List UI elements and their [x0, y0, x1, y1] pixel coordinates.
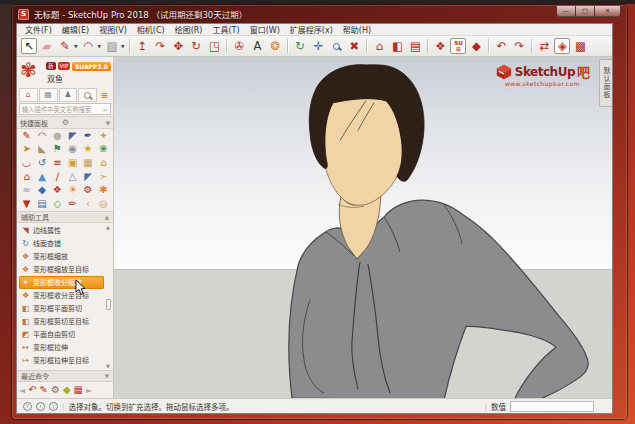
tool-item[interactable]: ❖变形框缩放至目标 — [19, 263, 104, 276]
rotate-tool-icon[interactable]: ↻ — [188, 38, 204, 54]
titlebar[interactable]: S 无标题 - SketchUp Pro 2018 （试用期还剩30天过期） —… — [12, 5, 627, 23]
plugin-icon-32[interactable]: ◇ — [50, 197, 65, 211]
plugin-icon-25[interactable]: ◆ — [34, 183, 49, 197]
gear-icon[interactable]: ⚙ — [62, 118, 69, 127]
status-help-icon[interactable]: ? — [23, 402, 32, 411]
followme-tool-icon[interactable]: ↷ — [152, 38, 168, 54]
status-geo-icon[interactable]: ¡ — [49, 402, 58, 411]
recent-scroll-left[interactable]: ◄ — [19, 386, 25, 395]
plugin-icon-19[interactable]: ▲ — [34, 170, 49, 184]
plugin-icon-31[interactable]: ▤ — [34, 197, 49, 211]
plugin-icon-5[interactable]: ✦ — [96, 129, 111, 143]
plugin-icon-13[interactable]: ↺ — [34, 156, 49, 170]
quick-panel-header[interactable]: 快捷面板 ⚙ ▼ — [17, 116, 113, 129]
tool-item[interactable]: ✦变形框收分缩放 — [19, 276, 104, 289]
plugin-icon-11[interactable]: ❀ — [96, 143, 111, 157]
plugin-icon-2[interactable]: ● — [50, 129, 65, 143]
chevron-down-icon[interactable]: ▼ — [106, 120, 110, 126]
arc-tool-icon[interactable]: ◠ — [80, 38, 96, 54]
view-iso-icon[interactable]: ◧ — [389, 38, 405, 54]
recent-section-header[interactable]: 最近命令 ▼ — [17, 370, 113, 382]
plugin-icon-21[interactable]: △ — [65, 170, 80, 184]
suapp-cube-icon[interactable]: ◆ — [468, 38, 484, 54]
tape-measure-tool-icon[interactable]: ✇ — [231, 38, 247, 54]
dropdown-arrow-icon[interactable]: ▼ — [121, 44, 124, 49]
plugin-icon-30[interactable]: ▼ — [19, 197, 34, 211]
redo-view-icon[interactable]: ↷ — [511, 38, 527, 54]
tools-scrollbar[interactable]: ▲▼ — [105, 224, 112, 369]
tool-item[interactable]: ◥边线属性 — [19, 224, 104, 237]
minimize-button[interactable]: — — [556, 6, 575, 17]
plugin-icon-33[interactable]: ✏ — [65, 197, 80, 211]
tab-user[interactable]: ♟ — [59, 88, 78, 102]
plugin-icon-10[interactable]: ★ — [80, 143, 95, 157]
plugin-icon-15[interactable]: ▣ — [65, 156, 80, 170]
recent-scroll-right[interactable]: ► — [86, 386, 92, 395]
suapp-version-button[interactable]: SUAPP3.0 — [72, 62, 111, 71]
plugin-icon-22[interactable]: ◤ — [80, 170, 95, 184]
menu-窗口(W)[interactable]: 窗口(W) — [245, 24, 285, 35]
dropdown-arrow-icon[interactable]: ▼ — [97, 44, 100, 49]
recent-command-4[interactable]: ▦ — [74, 385, 83, 395]
view-front-icon[interactable]: ⌂ — [371, 38, 387, 54]
menu-工具(T)[interactable]: 工具(T) — [208, 24, 245, 35]
plugin-icon-28[interactable]: ⚙ — [80, 183, 95, 197]
tool-item[interactable]: ◩平面自由剪切 — [19, 328, 104, 341]
pushpull-tool-icon[interactable]: ↥ — [134, 38, 150, 54]
orbit-tool-icon[interactable]: ↻ — [292, 38, 308, 54]
tool-item[interactable]: ❖变形框缩放 — [19, 250, 104, 263]
plugin-icon-18[interactable]: ⌂ — [19, 170, 34, 184]
rectangle-tool-icon[interactable]: ▨ — [104, 38, 120, 54]
view-top-icon[interactable]: ▤ — [407, 38, 423, 54]
tab-home[interactable]: ⌂ — [19, 88, 38, 102]
plugin-icon-23[interactable]: ➣ — [96, 170, 111, 184]
tool-item[interactable]: ◧变形框剪切至目标 — [19, 315, 104, 328]
suapp-panel-toggle-icon[interactable]: SU⊞ — [450, 38, 466, 54]
plugin-icon-0[interactable]: ✎ — [19, 129, 34, 143]
plugin-icon-3[interactable]: ◤ — [65, 129, 80, 143]
close-button[interactable]: ✕ — [594, 6, 621, 17]
plugin-icon-35[interactable]: ◎ — [96, 197, 111, 211]
scale-tool-icon[interactable]: ◳ — [206, 38, 222, 54]
plugin-icon-7[interactable]: ◣ — [34, 143, 49, 157]
tab-search[interactable] — [78, 88, 97, 102]
move-tool-icon[interactable]: ✥ — [170, 38, 186, 54]
plugin-a-icon[interactable]: ⇄ — [536, 38, 552, 54]
status-info-icon[interactable]: i — [36, 402, 45, 411]
menu-扩展程序(x)[interactable]: 扩展程序(x) — [285, 24, 338, 35]
tools-section-header[interactable]: 辅助工具 ▲ — [17, 211, 113, 223]
pan-tool-icon[interactable]: ✛ — [310, 38, 326, 54]
plugin-icon-16[interactable]: ▦ — [80, 156, 95, 170]
plugin-icon-1[interactable]: ◠ — [34, 129, 49, 143]
menu-绘图(R)[interactable]: 绘图(R) — [170, 24, 208, 35]
text-tool-icon[interactable]: A — [249, 38, 265, 54]
plugin-icon-6[interactable]: ➤ — [19, 143, 34, 157]
plugin-icon-26[interactable]: ❖ — [50, 183, 65, 197]
default-panel-tab[interactable]: 默认面板 — [599, 59, 612, 107]
dropdown-arrow-icon[interactable]: ▼ — [74, 44, 77, 49]
tab-panel[interactable]: ▦ — [39, 88, 58, 102]
eraser-tool-icon[interactable]: ▰ — [39, 38, 55, 54]
menu-文件(F)[interactable]: 文件(F) — [20, 24, 57, 35]
undo-view-icon[interactable]: ↶ — [493, 38, 509, 54]
plugin-icon-4[interactable]: ✒ — [80, 129, 95, 143]
plugin-b-icon[interactable]: ◈ — [554, 38, 570, 54]
plugin-icon-14[interactable]: ≡ — [50, 156, 65, 170]
plugin-icon-17[interactable]: ⌂ — [96, 156, 111, 170]
plugin-c-icon[interactable]: ▩ — [572, 38, 588, 54]
tab-menu[interactable]: ≡ — [98, 88, 111, 102]
recent-command-0[interactable]: ↶ — [28, 385, 36, 395]
plugin-search-input[interactable]: 输入插件中英文名称搜索 ↵ — [19, 103, 111, 115]
tool-item[interactable]: ↔变形框拉伸 — [19, 341, 104, 354]
measurements-input[interactable] — [510, 401, 594, 412]
menu-相机(C)[interactable]: 相机(C) — [132, 24, 170, 35]
plugin-icon-9[interactable]: ◉ — [65, 143, 80, 157]
tool-item[interactable]: ❖变形框收分至目标 — [19, 289, 104, 302]
plugin-icon-12[interactable]: ◡ — [19, 156, 34, 170]
recent-command-1[interactable]: ✎ — [40, 385, 48, 395]
select-tool-icon[interactable]: ↖ — [21, 38, 37, 54]
maximize-button[interactable]: ▢ — [575, 6, 594, 17]
zoom-tool-icon[interactable] — [328, 38, 344, 54]
recent-command-3[interactable]: ◆ — [63, 385, 71, 395]
menu-编辑(E)[interactable]: 编辑(E) — [57, 24, 94, 35]
